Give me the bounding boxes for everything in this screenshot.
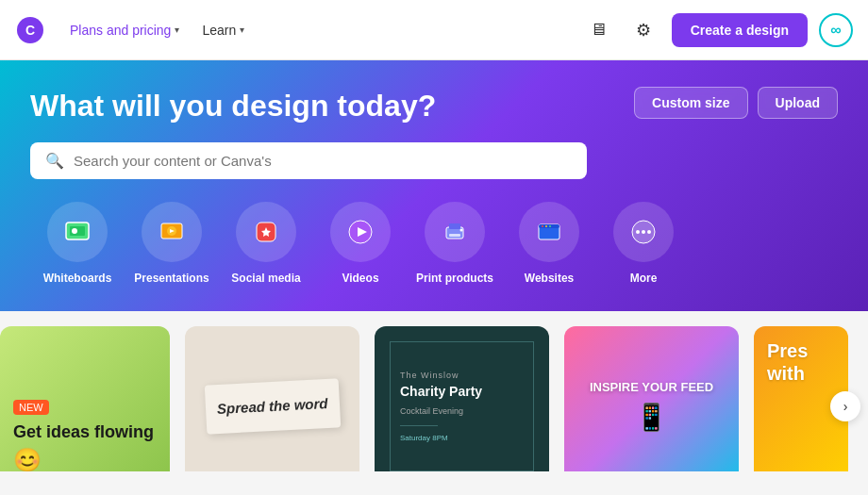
header: C Plans and pricing ▾ Learn ▾ 🖥 ⚙ Create… (0, 0, 868, 60)
hero-section: What will you design today? Custom size … (0, 60, 868, 311)
gear-icon: ⚙ (636, 20, 651, 41)
card-inspire-title: INSPIRE YOUR FEED (590, 380, 713, 396)
presentations-label: Presentations (134, 272, 209, 285)
learn-label: Learn (202, 23, 236, 38)
monitor-icon: 🖥 (590, 20, 607, 40)
account-avatar[interactable]: ∞ (819, 13, 853, 47)
card-winslow-inner: The Winslow Charity Party Cocktail Eveni… (390, 341, 534, 471)
hero-buttons: Custom size Upload (634, 87, 838, 119)
cards-section: NEW Get ideas flowing 😊 Spread the word … (0, 311, 868, 487)
svg-point-20 (642, 230, 645, 234)
svg-rect-10 (449, 223, 460, 229)
upload-button[interactable]: Upload (758, 87, 838, 119)
card-winslow[interactable]: The Winslow Charity Party Cocktail Eveni… (375, 326, 549, 471)
svg-point-17 (549, 225, 551, 227)
print-products-icon (425, 202, 485, 262)
category-whiteboards[interactable]: Whiteboards (30, 202, 125, 285)
card-winslow-details: Cocktail Evening (400, 406, 524, 416)
create-design-button[interactable]: Create a design (672, 13, 808, 47)
category-videos[interactable]: Videos (313, 202, 408, 285)
social-media-label: Social media (231, 272, 300, 285)
categories-row: Whiteboards Presentations Social media (30, 202, 838, 285)
svg-point-16 (545, 225, 547, 227)
svg-point-21 (647, 230, 651, 234)
card-winslow-event: Charity Party (400, 384, 524, 399)
card-winslow-the: The Winslow (400, 371, 524, 380)
monitor-button[interactable]: 🖥 (581, 13, 615, 47)
search-icon: 🔍 (45, 152, 64, 170)
card-winslow-date: Saturday 8PM (400, 434, 524, 442)
category-presentations[interactable]: Presentations (125, 202, 219, 285)
presentations-icon (142, 202, 202, 262)
card-spread-title: Spread the word (216, 394, 327, 419)
svg-text:C: C (25, 23, 35, 38)
svg-point-12 (460, 229, 463, 232)
card-ideas[interactable]: NEW Get ideas flowing 😊 (0, 326, 170, 471)
more-label: More (630, 272, 658, 285)
learn-chevron-icon: ▾ (240, 25, 244, 35)
svg-point-15 (542, 225, 543, 227)
svg-point-4 (72, 228, 77, 234)
custom-size-button[interactable]: Custom size (634, 87, 747, 119)
category-more[interactable]: More (596, 202, 691, 285)
card-pres-text: Preswith (767, 339, 808, 385)
card-inspire-emoji: 📱 (590, 402, 713, 433)
whiteboards-label: Whiteboards (43, 272, 112, 285)
template-cards: NEW Get ideas flowing 😊 Spread the word … (0, 311, 868, 471)
main-nav: Plans and pricing ▾ Learn ▾ (60, 17, 254, 43)
chevron-right-icon: › (843, 399, 848, 414)
videos-icon (330, 202, 391, 262)
plans-pricing-nav[interactable]: Plans and pricing ▾ (60, 17, 189, 43)
category-print-products[interactable]: Print products (408, 202, 502, 285)
hero-title: What will you design today? (30, 89, 502, 124)
learn-nav[interactable]: Learn ▾ (192, 17, 254, 43)
card-ideas-title: Get ideas flowing (13, 422, 157, 443)
card-ideas-emoji: 😊 (13, 447, 157, 471)
card-inspire-content: INSPIRE YOUR FEED 📱 (590, 380, 713, 433)
category-social-media[interactable]: Social media (219, 202, 313, 285)
videos-label: Videos (342, 272, 378, 285)
whiteboards-icon (47, 202, 108, 262)
card-badge: NEW (13, 400, 49, 415)
scroll-right-button[interactable]: › (830, 391, 860, 421)
search-input[interactable] (74, 153, 572, 169)
card-winslow-divider (400, 425, 438, 426)
plans-pricing-label: Plans and pricing (70, 23, 171, 38)
card-spread[interactable]: Spread the word (185, 326, 359, 471)
card-inspire[interactable]: INSPIRE YOUR FEED 📱 (564, 326, 739, 471)
print-products-label: Print products (416, 272, 493, 285)
settings-button[interactable]: ⚙ (626, 13, 660, 47)
svg-rect-11 (449, 234, 460, 237)
social-media-icon (236, 202, 296, 262)
websites-label: Websites (525, 272, 574, 285)
plans-pricing-chevron-icon: ▾ (175, 25, 179, 35)
category-websites[interactable]: Websites (502, 202, 596, 285)
websites-icon (519, 202, 579, 262)
logo[interactable]: C (15, 15, 45, 45)
infinity-symbol: ∞ (830, 22, 841, 39)
header-right: 🖥 ⚙ Create a design ∞ (581, 13, 853, 47)
svg-point-19 (636, 230, 640, 234)
search-bar: 🔍 (30, 142, 587, 179)
more-icon (613, 202, 674, 262)
